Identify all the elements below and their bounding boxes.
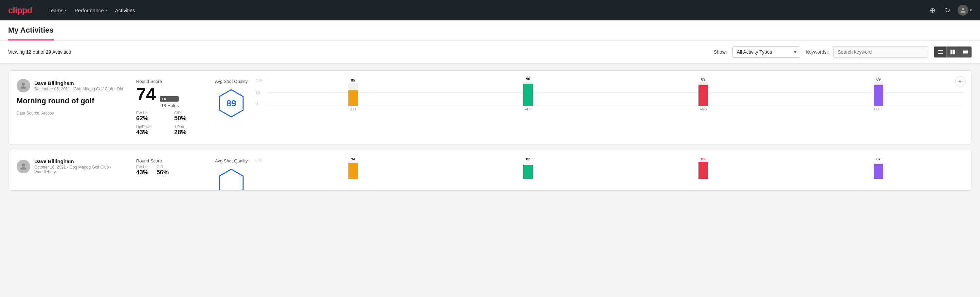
x-label-arg: ARG bbox=[618, 107, 788, 111]
card-stats: Round Score FW Hit 43% GIR 56% bbox=[136, 158, 204, 176]
y-axis: 100 50 0 bbox=[256, 79, 262, 106]
bar-value-app-2: 82 bbox=[526, 157, 530, 161]
view-toggle-grid[interactable] bbox=[947, 46, 959, 57]
avatar bbox=[17, 160, 30, 173]
partial-stats: FW Hit 43% GIR 56% bbox=[136, 165, 204, 176]
hex-score: 89 bbox=[226, 98, 236, 109]
bar-fill-arg-2 bbox=[698, 162, 708, 179]
user-details: Dave Billingham October 16, 2021 - Gog M… bbox=[34, 158, 125, 174]
bar-track-putt bbox=[874, 82, 883, 106]
bar-value-ott-2: 94 bbox=[351, 157, 355, 161]
search-input[interactable] bbox=[833, 46, 928, 58]
avg-shot-quality: Avg Shot Quality 89 100 50 bbox=[215, 79, 963, 120]
view-toggle-list-dense[interactable] bbox=[934, 46, 947, 57]
y-label-0: 0 bbox=[256, 102, 262, 106]
bars-container: 85 90 bbox=[268, 79, 963, 106]
bar-fill-app-2 bbox=[523, 165, 533, 179]
viewing-count: 12 bbox=[26, 49, 32, 55]
bar-fill-ott bbox=[348, 90, 358, 106]
y-label-100-2: 100 bbox=[256, 158, 262, 162]
updown-stat: Up/Down 43% bbox=[136, 125, 166, 136]
main-nav: Teams ▾ Performance ▾ Activities bbox=[49, 6, 135, 14]
bar-track-ott bbox=[348, 83, 358, 106]
edit-button[interactable]: ✏ bbox=[955, 76, 966, 87]
refresh-icon[interactable]: ↻ bbox=[943, 5, 952, 15]
svg-rect-8 bbox=[963, 51, 968, 52]
nav-activities[interactable]: Activities bbox=[115, 6, 135, 14]
gir-stat: GIR 56% bbox=[156, 165, 169, 176]
gir-stat: GIR 50% bbox=[174, 111, 204, 122]
main-header: clippd Teams ▾ Performance ▾ Activities … bbox=[0, 0, 980, 21]
user-account[interactable]: ▾ bbox=[958, 5, 972, 16]
user-name: Dave Billingham bbox=[34, 80, 123, 86]
app-logo[interactable]: clippd bbox=[8, 5, 32, 16]
user-name: Dave Billingham bbox=[34, 158, 125, 164]
hex-container: 89 bbox=[216, 88, 247, 118]
bar-group-app-2: 82 bbox=[443, 157, 613, 179]
user-details: Dave Billingham December 05, 2021 - Gog … bbox=[34, 80, 123, 91]
fw-hit-stat: FW Hit 62% bbox=[136, 111, 166, 122]
user-info: Dave Billingham October 16, 2021 - Gog M… bbox=[17, 158, 125, 174]
nav-performance[interactable]: Performance ▾ bbox=[75, 6, 107, 14]
page-title-bar: My Activities bbox=[0, 21, 980, 41]
page-title: My Activities bbox=[8, 26, 54, 40]
bar-group-arg: 89 bbox=[618, 77, 788, 106]
svg-rect-5 bbox=[950, 52, 953, 54]
y-label-50: 50 bbox=[256, 91, 262, 94]
svg-marker-12 bbox=[220, 169, 243, 191]
card-left: Dave Billingham December 05, 2021 - Gog … bbox=[17, 79, 125, 115]
bar-group-putt-2: 87 bbox=[794, 157, 963, 179]
x-label-putt: PUTT bbox=[794, 107, 963, 111]
bar-group-app: 90 bbox=[443, 77, 613, 106]
user-chevron-icon: ▾ bbox=[970, 8, 972, 13]
user-info: Dave Billingham December 05, 2021 - Gog … bbox=[17, 79, 125, 93]
big-score: 74 bbox=[136, 85, 156, 103]
activities-list: Dave Billingham December 05, 2021 - Gog … bbox=[0, 64, 980, 198]
activity-card: Dave Billingham December 05, 2021 - Gog … bbox=[8, 70, 972, 144]
score-diff-badge: +4 bbox=[160, 96, 178, 102]
viewing-count-text: Viewing 12 out of 29 Activities bbox=[8, 49, 708, 55]
activity-card: Dave Billingham October 16, 2021 - Gog M… bbox=[8, 150, 972, 191]
y-axis-2: 100 bbox=[256, 158, 262, 179]
bar-track-app-2 bbox=[523, 162, 533, 179]
bar-value-arg-2: 106 bbox=[700, 157, 706, 161]
bars-container-2: 94 82 106 bbox=[268, 158, 963, 179]
round-score-label: Round Score bbox=[136, 158, 204, 163]
avatar bbox=[17, 79, 30, 93]
card-left: Dave Billingham October 16, 2021 - Gog M… bbox=[17, 158, 125, 179]
keywords-label: Keywords: bbox=[806, 49, 828, 55]
svg-rect-0 bbox=[938, 50, 943, 51]
chart-area-2: 100 94 82 bbox=[256, 158, 963, 185]
bar-track-arg-2 bbox=[698, 162, 708, 179]
add-circle-icon[interactable]: ⊕ bbox=[928, 5, 937, 15]
grid-line-50 bbox=[268, 93, 963, 93]
show-label: Show: bbox=[714, 49, 727, 55]
hexagon-svg bbox=[216, 168, 247, 191]
view-toggle-list-compact[interactable] bbox=[959, 46, 972, 57]
svg-rect-10 bbox=[963, 54, 968, 54]
quality-title: Avg Shot Quality bbox=[215, 79, 248, 84]
hexagon-score: 89 bbox=[215, 88, 248, 118]
avatar[interactable] bbox=[958, 5, 969, 16]
activity-type-select[interactable]: All Activity Types bbox=[732, 46, 800, 58]
bar-track-putt-2 bbox=[874, 162, 883, 179]
activity-title: Morning round of golf bbox=[17, 96, 125, 105]
svg-rect-3 bbox=[950, 50, 953, 52]
viewing-total: 29 bbox=[46, 49, 51, 55]
round-score-label: Round Score bbox=[136, 79, 204, 84]
user-date-location: October 16, 2021 - Gog Magog Golf Club -… bbox=[34, 165, 125, 174]
bar-group-arg-2: 106 bbox=[618, 157, 788, 179]
svg-rect-4 bbox=[953, 50, 955, 52]
quality-section: Avg Shot Quality 89 bbox=[215, 79, 248, 118]
grid-line-100 bbox=[268, 79, 963, 79]
bar-group-putt: 89 bbox=[794, 77, 963, 106]
bar-track-arg bbox=[698, 82, 708, 106]
data-source: Data Source: Arccos bbox=[17, 111, 125, 115]
score-details: +4 18 Holes bbox=[160, 96, 178, 108]
round-score-row: 74 +4 18 Holes bbox=[136, 85, 204, 108]
bar-value-arg: 89 bbox=[701, 77, 705, 81]
svg-rect-6 bbox=[953, 52, 955, 54]
x-label-app: APP bbox=[443, 107, 613, 111]
nav-teams[interactable]: Teams ▾ bbox=[49, 6, 67, 14]
x-axis: OTT APP ARG PUTT bbox=[268, 107, 963, 111]
